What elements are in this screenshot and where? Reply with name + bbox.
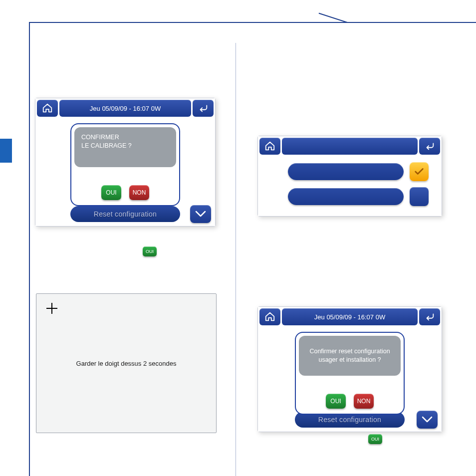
titlebar: Jeu 05/09/09 - 16:07 0W — [35, 98, 215, 118]
titlebar — [258, 136, 442, 156]
modal-message: CONFIRMER LE CALIBRAGE ? — [74, 127, 176, 167]
home-button[interactable] — [37, 100, 58, 117]
home-button[interactable] — [259, 308, 280, 325]
home-button[interactable] — [259, 138, 280, 155]
device-screen-reset: Jeu 05/09/09 - 16:07 0W Reset configurat… — [257, 306, 442, 432]
calibration-panel[interactable]: Garder le doigt dessus 2 secondes — [36, 293, 217, 433]
scroll-down-button[interactable] — [190, 205, 211, 223]
return-arrow-icon — [198, 103, 209, 114]
side-tab — [0, 139, 12, 163]
device-screen-options — [257, 136, 442, 217]
oui-button[interactable]: OUI — [101, 185, 121, 200]
home-icon — [264, 141, 275, 152]
help-oui-badge: OUI — [143, 246, 157, 256]
option-square-button[interactable] — [410, 187, 429, 206]
scroll-down-button[interactable] — [417, 411, 438, 429]
option-row-1[interactable] — [288, 163, 404, 180]
home-icon — [42, 103, 53, 114]
confirm-modal: Confirmer reset configuration usager et … — [295, 332, 405, 415]
check-icon — [414, 166, 425, 177]
modal-message: Confirmer reset configuration usager et … — [299, 336, 401, 376]
titlebar: Jeu 05/09/09 - 16:07 0W — [258, 307, 442, 327]
title-text: Jeu 05/09/09 - 16:07 0W — [59, 100, 191, 117]
back-button[interactable] — [419, 138, 440, 155]
non-button[interactable]: NON — [129, 185, 149, 200]
center-divider — [236, 43, 236, 476]
calibration-hint: Garder le doigt dessus 2 secondes — [36, 360, 216, 367]
title-text: Jeu 05/09/09 - 16:07 0W — [282, 308, 418, 325]
confirm-modal: CONFIRMER LE CALIBRAGE ? OUI NON — [70, 123, 180, 206]
title-text — [282, 138, 418, 155]
crosshair-icon — [46, 303, 57, 314]
page-frame-left — [29, 22, 30, 476]
non-button[interactable]: NON — [354, 394, 374, 409]
option-check-button[interactable] — [410, 162, 429, 181]
back-button[interactable] — [193, 100, 214, 117]
chevron-down-icon — [422, 416, 433, 424]
back-button[interactable] — [419, 308, 440, 325]
help-oui-badge-2: OUI — [368, 434, 382, 444]
home-icon — [264, 311, 275, 322]
oui-button[interactable]: OUI — [326, 394, 346, 409]
return-arrow-icon — [424, 141, 435, 152]
return-arrow-icon — [424, 311, 435, 322]
background-menu-item: Reset configuration — [70, 206, 180, 222]
chevron-down-icon — [195, 210, 206, 218]
page-frame-top — [29, 22, 476, 23]
option-row-2[interactable] — [288, 188, 404, 205]
device-screen-calibrate: Jeu 05/09/09 - 16:07 0W Reset configurat… — [35, 98, 216, 227]
